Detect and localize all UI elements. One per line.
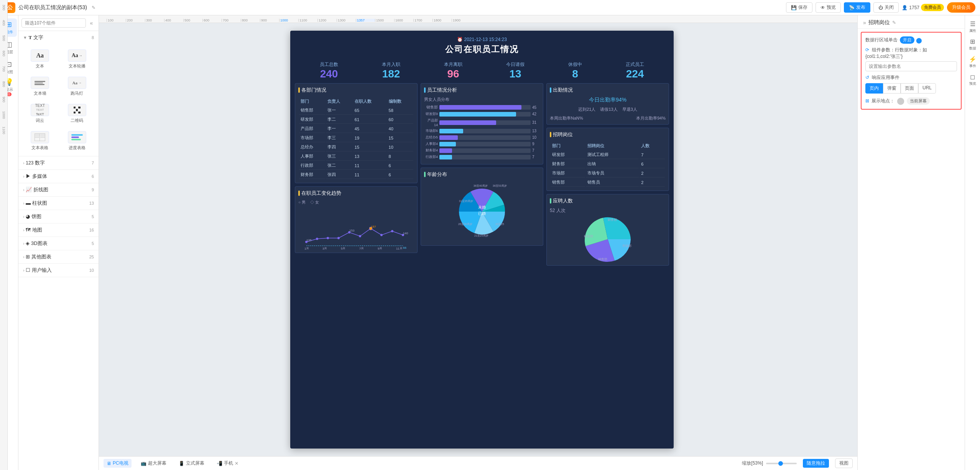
table-row[interactable]: 销售部张一6558 <box>299 106 413 115</box>
main-layout: ⊞ 组件 ◫ 图层 ⊡ 快照 💡 提示 0 « ▼ T 文字 8 <box>0 15 980 470</box>
zoom-slider[interactable] <box>766 463 797 464</box>
section-header-input[interactable]: › ☐ 用户输入 10 <box>18 264 99 277</box>
table-row[interactable]: 研发部测试工程师7 <box>551 151 665 159</box>
publish-button[interactable]: 📡发布 <box>844 2 870 13</box>
table-row[interactable]: 销售部销售员2 <box>551 178 665 187</box>
right-nav-data[interactable]: ⊞ 数据 <box>966 36 980 53</box>
vip-badge[interactable]: 免费会员 <box>921 4 944 11</box>
section-header-other[interactable]: › ⊞ 其他图表 25 <box>18 250 99 263</box>
dashboard-canvas[interactable]: ⏰ 2021-12-13 15:24:23 公司在职员工情况 员工总数 240 … <box>290 31 674 449</box>
close-button[interactable]: ⏻关闭 <box>873 2 899 13</box>
section-header-media[interactable]: › ▶ 多媒体 6 <box>18 170 99 183</box>
sidebar-item-text[interactable]: Aa 文本 <box>23 47 57 71</box>
event-tab-page-inner[interactable]: 页内 <box>865 83 883 94</box>
section-header-3d[interactable]: › ◈ 3D图表 5 <box>18 237 99 250</box>
section-header-map[interactable]: › 🗺 地图 16 <box>18 223 99 237</box>
device-large-button[interactable]: 📺 超大屏幕 <box>138 459 169 468</box>
dashboard-title: 公司在职员工情况 <box>290 44 674 55</box>
svg-text:已婚: 已婚 <box>478 211 486 215</box>
title-edit-icon[interactable]: ✎ <box>92 5 95 10</box>
sidebar-item-text-wall[interactable]: 文本墙 <box>23 74 57 99</box>
user-id: 1757 <box>909 5 919 10</box>
table-row[interactable]: 财务部张四116 <box>299 171 413 179</box>
preview-button[interactable]: 👁预览 <box>816 2 841 13</box>
table-row[interactable]: 研发部李二6160 <box>299 115 413 124</box>
svg-point-5 <box>359 235 361 237</box>
sidebar-section-map: › 🗺 地图 16 <box>18 223 99 237</box>
sidebar-item-wordcloud[interactable]: TEXT TEXT TeXT 词云 <box>23 102 57 126</box>
stat-formal: 正式员工 224 <box>626 61 644 80</box>
events-icon: ⚡ <box>969 56 977 63</box>
sidebar-item-qrcode[interactable]: 二维码 <box>60 102 94 126</box>
employee-analysis-panel[interactable]: 员工情况分析 男女人员分布 销售部45 研发部942 产品部1431 市场部61… <box>421 83 543 164</box>
svg-point-7 <box>380 234 383 236</box>
device-pc-button[interactable]: 🖥 PC电视 <box>104 459 132 468</box>
table-row[interactable]: 行政部张二116 <box>299 161 413 170</box>
location-toggle[interactable]: ⬤ <box>897 97 904 105</box>
section-header-bar[interactable]: › ▬ 柱状图 13 <box>18 197 99 210</box>
applicants-title-bar <box>550 198 551 204</box>
dept-panel[interactable]: 各部门情况 部门 负责人 在职人数 编制数 <box>295 83 418 183</box>
toggle-icon[interactable]: ⬤ <box>916 37 922 43</box>
sidebar-item-text-table[interactable]: 文本表格 <box>23 129 57 153</box>
table-row[interactable]: 产品部李一4540 <box>299 125 413 133</box>
trend-chart: 135 153 157 140 66 1月 3月 5月 <box>298 207 414 250</box>
view-button[interactable]: 视图 <box>835 458 853 468</box>
table-row[interactable]: 总经办李四1510 <box>299 143 413 151</box>
sidebar-item-text-carousel[interactable]: Aa→ 文本轮播 <box>60 47 94 71</box>
param-hint: ⟳ 组件参数：行数据对象：如{col1:1,col2:'张三'} <box>865 47 957 60</box>
device-vertical-button[interactable]: 📱 立式屏幕 <box>176 459 207 468</box>
sidebar-section-line: › 📈 折线图 9 <box>18 183 99 197</box>
sidebar-collapse-button[interactable]: « <box>87 18 95 28</box>
event-tab-url[interactable]: URL <box>918 83 936 94</box>
dashboard-header: ⏰ 2021-12-13 15:24:23 公司在职员工情况 <box>290 31 674 58</box>
save-button[interactable]: 💾保存 <box>786 2 812 13</box>
right-nav-events[interactable]: ⚡ 事件 <box>966 54 980 71</box>
section-header-pie[interactable]: › ◕ 饼图 5 <box>18 210 99 223</box>
svg-text:财务部: 财务部 <box>608 218 617 222</box>
sidebar-section-other: › ⊞ 其他图表 25 <box>18 250 99 264</box>
upgrade-button[interactable]: 升级会员 <box>947 2 975 13</box>
svg-text:140: 140 <box>403 232 408 235</box>
event-tab-popup[interactable]: 弹窗 <box>883 83 901 94</box>
sidebar-section-media: › ▶ 多媒体 6 <box>18 170 99 183</box>
table-row[interactable]: 市场部市场专员2 <box>551 169 665 177</box>
trend-panel[interactable]: 在职员工变化趋势 ○ 男 ◇ 女 <box>295 186 418 253</box>
param-name-input[interactable] <box>865 61 957 71</box>
location-label: 展示地点： <box>871 98 894 104</box>
table-row[interactable]: 人事部张三138 <box>299 152 413 161</box>
right-nav-preview[interactable]: ◻ 预览 <box>966 71 980 88</box>
toggle-switch[interactable]: 开启 ⬤ <box>900 36 922 44</box>
toggle-on-state[interactable]: 开启 <box>900 36 914 44</box>
left-column: 各部门情况 部门 负责人 在职人数 编制数 <box>295 83 418 266</box>
age-dist-panel[interactable]: 年龄分布 <box>421 168 543 246</box>
section-header-number[interactable]: › 123 数字 7 <box>18 156 99 169</box>
table-row[interactable]: 市场部李三1915 <box>299 134 413 142</box>
analysis-title-bar <box>424 87 426 93</box>
table-row[interactable]: 财务部出纳6 <box>551 160 665 168</box>
device-mobile-button[interactable]: 📲 手机 ✕ <box>214 459 242 468</box>
sidebar-item-marquee[interactable]: Aa→ 跑马灯 <box>60 74 94 99</box>
canvas-scroll-area[interactable]: ⏰ 2021-12-13 15:24:23 公司在职员工情况 员工总数 240 … <box>99 23 857 456</box>
click-label: 数据行区域单击 <box>865 37 898 43</box>
svg-point-1 <box>316 238 318 240</box>
section-header-text[interactable]: ▼ T 文字 8 <box>18 31 99 44</box>
right-icon-nav: ☰ 属性 ⊞ 数据 ⚡ 事件 ◻ 预览 <box>965 15 980 470</box>
right-nav-properties[interactable]: ☰ 属性 <box>966 18 980 35</box>
sidebar-item-progress-table[interactable]: 进度表格 <box>60 129 94 153</box>
applicants-panel[interactable]: 应聘人数 52 人次 <box>546 194 669 266</box>
svg-text:未婚: 未婚 <box>478 205 486 209</box>
search-input[interactable] <box>21 18 86 28</box>
ruler-mark: 1000 <box>279 19 298 22</box>
attendance-title-bar <box>550 87 551 93</box>
recruitment-panel[interactable]: 招聘岗位 部门 招聘岗位 人数 <box>546 128 669 191</box>
ruler-mark: 300 <box>145 19 164 22</box>
attendance-panel[interactable]: 出勤情况 今日出勤率94% 迟到21人 请假13人 早退3人 本周出勤率NaN% <box>546 83 669 125</box>
location-toggle-icon[interactable]: ⬤ <box>897 97 904 105</box>
event-tab-page[interactable]: 页面 <box>901 83 918 94</box>
section-header-line[interactable]: › 📈 折线图 9 <box>18 183 99 196</box>
right-panel-edit-icon[interactable]: ✎ <box>892 20 896 25</box>
drag-mode-button[interactable]: 随意拖拉 <box>803 459 829 468</box>
canvas-area: 100 200 300 400 500 600 700 800 900 1000… <box>99 15 857 470</box>
ruler-mark: 700 <box>222 19 241 22</box>
